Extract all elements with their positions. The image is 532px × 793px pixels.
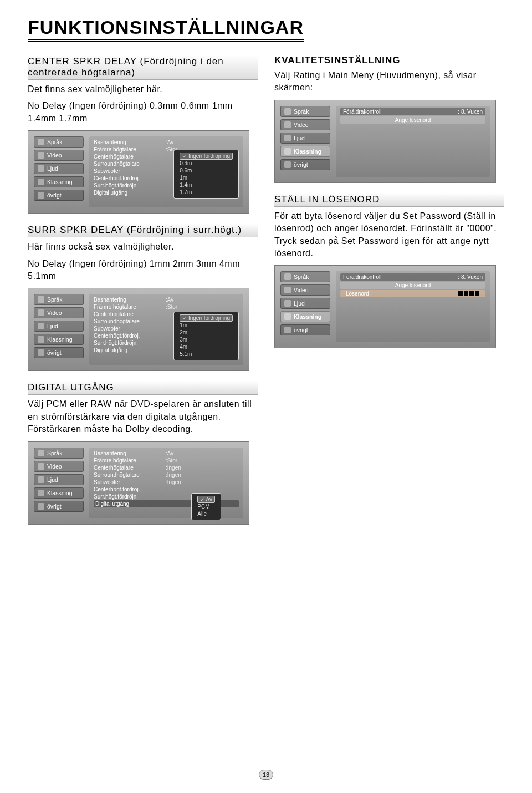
digital-out-text: Välj PCM eller RAW när DVD-spelaren är a… <box>28 398 258 435</box>
osd-popup-digital-out: Av PCM Alle <box>191 493 221 520</box>
globe-icon <box>38 296 44 303</box>
osd-side-item: Ljud <box>280 298 330 309</box>
osd-side-item: Ljud <box>34 474 84 485</box>
dots-icon <box>284 161 291 168</box>
center-delay-text1: Det finns sex valmöjligheter här. <box>28 83 258 95</box>
osd-side-item: Klassning <box>34 487 84 499</box>
osd-rating: Språk Video Ljud Klassning övrigt Föräld… <box>274 100 496 183</box>
osd-side-item: Video <box>34 150 84 161</box>
osd-side-item: Ljud <box>34 163 84 174</box>
page-title: FUNKTIONSINSTÄLLNINGAR <box>28 17 304 42</box>
speaker-icon <box>284 300 291 307</box>
osd-side-item: Språk <box>34 448 84 459</box>
rating-heading: KVALITETSINSTÄLLNING <box>274 55 504 66</box>
speaker-icon <box>38 476 44 483</box>
password-dots <box>458 291 480 297</box>
globe-icon <box>38 139 44 145</box>
digital-out-heading: DIGITAL UTGÅNG <box>28 381 258 395</box>
surr-delay-heading: SURR SPKR DELAY (Fördröjning i surr.högt… <box>28 223 258 237</box>
tv-icon <box>38 463 44 470</box>
page-number: 13 <box>259 770 273 780</box>
osd-side-item: Ljud <box>34 321 84 332</box>
globe-icon <box>284 108 291 115</box>
speaker-icon <box>38 165 44 172</box>
surr-delay-text1: Här finns också sex valmöjligheter. <box>28 241 258 253</box>
osd-digital-out: Språk Video Ljud Klassning övrigt Bashan… <box>28 441 249 525</box>
osd-side-item: övrigt <box>34 190 84 201</box>
osd-side-item: Video <box>280 119 330 130</box>
osd-side-item: Klassning <box>34 334 84 345</box>
osd-side-item: Klassning <box>34 176 84 187</box>
surr-delay-text2: No Delay (Ingen fördröjning) 1mm 2mm 3mm… <box>28 258 258 283</box>
tv-icon <box>38 309 44 316</box>
center-delay-heading: CENTER SPKR DELAY (Fördröjning i den cen… <box>28 55 258 80</box>
dots-icon <box>38 192 44 199</box>
osd-surr-delay: Språk Video Ljud Klassning övrigt Bashan… <box>28 288 249 371</box>
osd-side-item: Klassning <box>280 146 330 157</box>
dots-icon <box>284 327 291 333</box>
osd-side-item: Språk <box>280 271 330 282</box>
osd-side-item: Språk <box>280 106 330 117</box>
osd-side-item: Video <box>280 284 330 296</box>
tv-icon <box>284 287 291 293</box>
speaker-icon <box>284 135 291 141</box>
lock-icon <box>284 148 291 155</box>
password-heading: STÄLL IN LÖSENORD <box>274 193 504 207</box>
lock-icon <box>284 313 291 320</box>
osd-popup-center-delay: Ingen fördröjning 0.3m 0.6m 1m 1.4m 1.7m <box>173 150 239 199</box>
osd-side-item: Språk <box>34 294 84 305</box>
tv-icon <box>38 152 44 159</box>
osd-side-item: övrigt <box>280 159 330 170</box>
password-text: För att byta lösenord väljer du Set Pass… <box>274 210 504 260</box>
speaker-icon <box>38 323 44 329</box>
rating-text: Välj Rating i Main Meny (Huvudmenyn), så… <box>274 69 504 94</box>
osd-popup-surr-delay: Ingen fördröjning 1m 2m 3m 4m 5.1m <box>173 312 239 360</box>
osd-side-item: Språk <box>34 136 84 148</box>
tv-icon <box>284 121 291 128</box>
globe-icon <box>38 450 44 456</box>
dots-icon <box>38 503 44 510</box>
osd-password: Språk Video Ljud Klassning övrigt Föräld… <box>274 265 496 348</box>
osd-side-item: Video <box>34 461 84 472</box>
osd-side-item: Klassning <box>280 311 330 322</box>
osd-side-item: Video <box>34 307 84 318</box>
lock-icon <box>38 490 44 496</box>
lock-icon <box>38 179 44 185</box>
osd-side-item: övrigt <box>280 324 330 336</box>
osd-side-item: övrigt <box>34 501 84 512</box>
osd-side-item: Ljud <box>280 133 330 144</box>
globe-icon <box>284 273 291 280</box>
lock-icon <box>38 336 44 343</box>
dots-icon <box>38 349 44 356</box>
osd-center-delay: Språk Video Ljud Klassning övrigt Bashan… <box>28 130 249 214</box>
osd-side-item: övrigt <box>34 347 84 358</box>
center-delay-text2: No Delay (Ingen fördröjning) 0.3mm 0.6mm… <box>28 100 258 125</box>
